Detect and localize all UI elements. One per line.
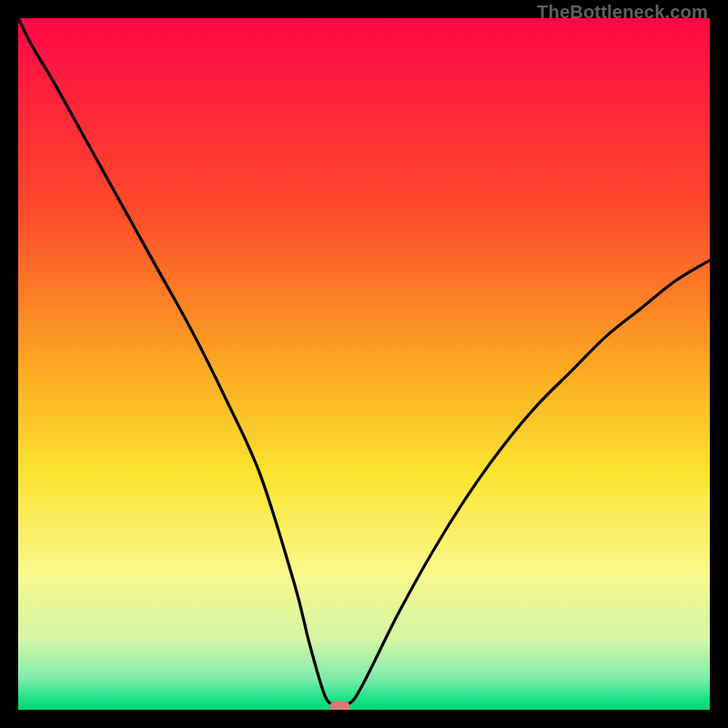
optimum-marker bbox=[329, 701, 349, 710]
chart-frame: TheBottleneck.com bbox=[0, 0, 728, 728]
bottleneck-chart bbox=[18, 18, 710, 710]
watermark-text: TheBottleneck.com bbox=[537, 2, 708, 23]
plot-area bbox=[18, 18, 710, 710]
gradient-background bbox=[18, 18, 710, 710]
